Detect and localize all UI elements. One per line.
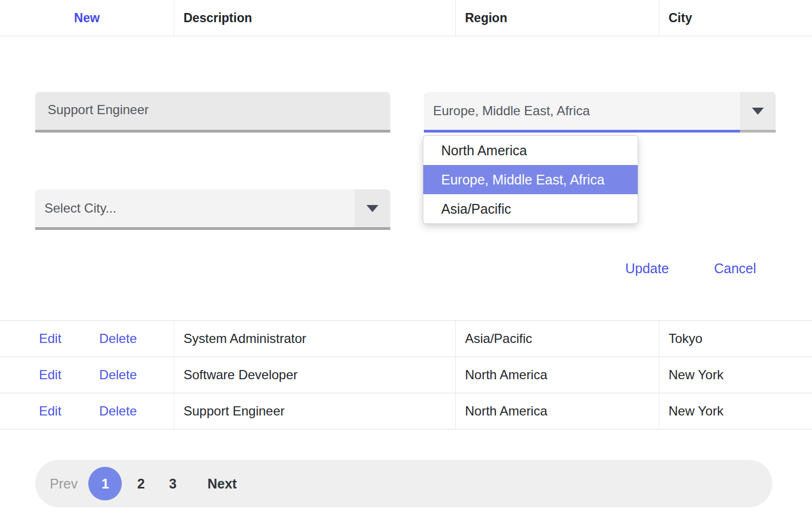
city-select-placeholder[interactable]: Select City... — [35, 189, 355, 230]
city-select[interactable]: Select City... — [35, 189, 390, 230]
header-description: Description — [174, 0, 456, 36]
header-actions-cell: New — [0, 0, 174, 36]
new-button[interactable]: New — [74, 11, 100, 25]
edit-button[interactable]: Edit — [39, 404, 61, 419]
description-input[interactable] — [35, 92, 390, 133]
pagination-page-2[interactable]: 2 — [137, 476, 145, 492]
table-row: Edit Delete Software Developer North Ame… — [0, 357, 812, 393]
cell-description: Support Engineer — [174, 393, 456, 429]
row-actions: Edit Delete — [0, 321, 174, 356]
pagination-page-1-active[interactable]: 1 — [88, 467, 122, 500]
delete-button[interactable]: Delete — [99, 404, 136, 419]
header-region: Region — [456, 0, 659, 36]
cell-city: Tokyo — [659, 321, 812, 356]
region-option-emea[interactable]: Europe, Middle East, Africa — [423, 165, 638, 194]
region-dropdown-panel: North America Europe, Middle East, Afric… — [423, 135, 638, 224]
cancel-button[interactable]: Cancel — [714, 261, 756, 276]
cell-description: System Administrator — [174, 321, 456, 356]
delete-button[interactable]: Delete — [99, 367, 136, 382]
cell-description: Software Developer — [174, 357, 456, 393]
edit-button[interactable]: Edit — [39, 367, 61, 382]
update-button[interactable]: Update — [625, 261, 669, 276]
chevron-down-icon — [366, 205, 378, 212]
region-option-asia-pacific[interactable]: Asia/Pacific — [423, 194, 638, 223]
region-option-north-america[interactable]: North America — [423, 136, 638, 165]
pagination-prev[interactable]: Prev — [50, 476, 77, 492]
pagination-bar: Prev 1 2 3 Next — [35, 460, 772, 507]
table-body: Edit Delete System Administrator Asia/Pa… — [0, 320, 812, 430]
pagination-page-3[interactable]: 3 — [169, 476, 176, 492]
region-select-arrow-button[interactable] — [740, 92, 776, 133]
header-city: City — [659, 0, 812, 36]
region-select-value[interactable]: Europe, Middle East, Africa — [424, 92, 740, 133]
chevron-down-icon — [752, 108, 764, 115]
cell-region: Asia/Pacific — [456, 321, 659, 356]
city-select-arrow-button[interactable] — [355, 189, 390, 230]
table-row: Edit Delete Support Engineer North Ameri… — [0, 393, 812, 430]
edit-button[interactable]: Edit — [39, 331, 61, 346]
row-actions: Edit Delete — [0, 357, 174, 393]
cell-region: North America — [456, 357, 659, 393]
table-header: New Description Region City — [0, 0, 812, 36]
edit-form: Description Region Europe, Middle East, … — [0, 36, 812, 320]
table-row: Edit Delete System Administrator Asia/Pa… — [0, 321, 812, 357]
cell-region: North America — [456, 393, 659, 429]
cell-city: New York — [659, 357, 812, 393]
pagination-next[interactable]: Next — [207, 476, 237, 492]
region-select[interactable]: Europe, Middle East, Africa — [424, 92, 776, 133]
cell-city: New York — [659, 393, 812, 429]
delete-button[interactable]: Delete — [99, 331, 136, 346]
row-actions: Edit Delete — [0, 393, 174, 429]
